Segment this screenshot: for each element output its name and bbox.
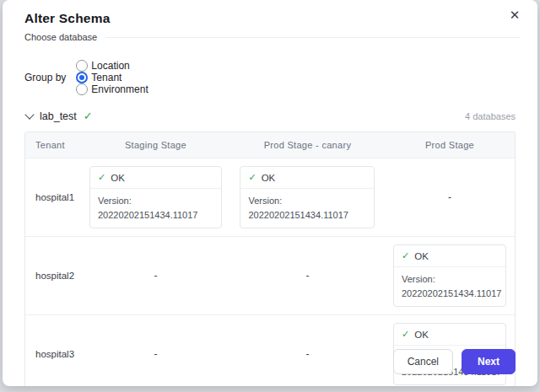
version-value: 20220202151434.11017 — [248, 208, 366, 223]
group-by-row: Group by LocationTenantEnvironment — [24, 60, 516, 95]
database-count: 4 databases — [465, 111, 516, 121]
modal-title: Alter Schema — [24, 11, 516, 26]
database-group-name: lab_test — [40, 110, 77, 122]
column-header-tenant: Tenant — [25, 132, 81, 158]
table-row-hospital1: hospital1✓OKVersion:20220202151434.11017… — [25, 158, 515, 237]
cancel-button[interactable]: Cancel — [393, 349, 453, 374]
status-card: ✓OKVersion:20220202151434.11017 — [240, 166, 375, 228]
table-header-row: TenantStaging StageProd Stage - canaryPr… — [25, 132, 515, 158]
status-label: OK — [262, 173, 276, 183]
radio-label: Tenant — [91, 72, 122, 83]
radio-icon[interactable] — [76, 60, 88, 72]
next-button[interactable]: Next — [462, 349, 516, 374]
check-icon: ✓ — [84, 110, 93, 122]
table-row-hospital2: hospital2--✓OKVersion:20220202151434.110… — [25, 237, 515, 315]
subtitle-row: Choose database — [24, 32, 516, 42]
status-card-header: ✓OK — [394, 245, 505, 267]
chevron-down-icon[interactable] — [24, 110, 34, 119]
radio-icon[interactable] — [76, 72, 88, 83]
alter-schema-modal: Alter Schema Choose database ✕ Group by … — [3, 0, 537, 386]
status-card: ✓OKVersion:20220202151434.11017 — [393, 244, 506, 307]
status-card: ✓OKVersion:20220202151434.11017 — [89, 166, 222, 228]
modal-header: Alter Schema Choose database ✕ — [3, 0, 537, 42]
column-header-staging-stage: Staging Stage — [81, 132, 230, 158]
radio-label: Location — [91, 60, 129, 72]
status-card-header: ✓OK — [90, 167, 221, 189]
column-header-prod-stage-canary: Prod Stage - canary — [230, 132, 385, 158]
tenant-cell: hospital1 — [25, 158, 81, 236]
version-info: Version:20220202151434.11017 — [394, 267, 505, 306]
modal-footer: Cancel Next — [3, 337, 537, 386]
subtitle-divider — [105, 37, 521, 38]
radio-label: Environment — [91, 83, 148, 95]
column-header-prod-stage: Prod Stage — [385, 132, 515, 158]
radio-option-location[interactable]: Location — [76, 60, 148, 72]
check-icon: ✓ — [402, 250, 409, 261]
version-value: 20220202151434.11017 — [98, 208, 213, 223]
stage-cell-status: ✓OKVersion:20220202151434.11017 — [230, 158, 385, 236]
check-icon: ✓ — [98, 172, 105, 183]
radio-option-tenant[interactable]: Tenant — [76, 72, 148, 83]
close-icon[interactable]: ✕ — [505, 6, 524, 24]
version-label: Version: — [98, 194, 213, 208]
stage-cell-empty: - — [230, 237, 385, 314]
version-value: 20220202151434.11017 — [402, 287, 498, 301]
version-label: Version: — [248, 194, 366, 208]
version-info: Version:20220202151434.11017 — [90, 189, 221, 228]
version-info: Version:20220202151434.11017 — [240, 189, 374, 228]
version-label: Version: — [402, 272, 498, 287]
status-card-header: ✓OK — [240, 167, 374, 189]
tenant-cell: hospital2 — [25, 237, 81, 314]
radio-option-environment[interactable]: Environment — [76, 83, 148, 95]
radio-icon[interactable] — [76, 83, 88, 95]
check-icon: ✓ — [248, 172, 256, 183]
status-label: OK — [414, 251, 429, 261]
stage-cell-empty: - — [385, 158, 515, 236]
group-by-options: LocationTenantEnvironment — [76, 60, 156, 95]
status-label: OK — [111, 173, 125, 183]
database-group-row[interactable]: lab_test ✓ 4 databases — [24, 110, 516, 122]
modal-subtitle: Choose database — [24, 32, 97, 42]
stage-cell-empty: - — [81, 237, 230, 314]
stage-cell-status: ✓OKVersion:20220202151434.11017 — [385, 237, 515, 314]
stage-cell-status: ✓OKVersion:20220202151434.11017 — [81, 158, 230, 236]
group-by-label: Group by — [24, 72, 66, 83]
